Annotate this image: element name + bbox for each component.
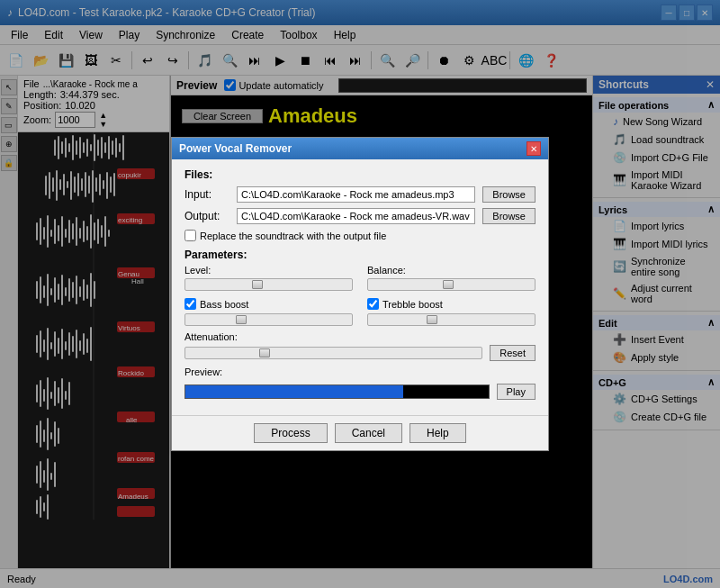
modal-overlay: Power Vocal Remover ✕ Files: Input: Brow…	[0, 0, 720, 588]
bass-boost-row: Bass boost	[184, 298, 353, 310]
modal-replace-checkbox[interactable]	[184, 230, 196, 241]
modal-output-row: Output: Browse	[184, 208, 536, 224]
modal-preview-section: Preview: Play	[184, 366, 536, 403]
modal-replace-label: Replace the soundtrack with the output f…	[200, 231, 386, 241]
modal-process-button[interactable]: Process	[254, 423, 327, 443]
treble-slider[interactable]	[367, 313, 536, 326]
modal-attenuation-label: Attenuation:	[184, 331, 536, 342]
bass-boost-label: Bass boost	[200, 299, 248, 310]
modal-body: Files: Input: Browse Output: Browse Repl…	[172, 159, 548, 415]
modal-level-label: Level:	[184, 265, 353, 276]
modal-power-vocal-remover: Power Vocal Remover ✕ Files: Input: Brow…	[171, 137, 549, 451]
attenuation-row: Reset	[184, 345, 536, 361]
treble-thumb[interactable]	[427, 315, 437, 324]
modal-files-label: Files:	[184, 168, 536, 181]
preview-progress-fill	[185, 385, 403, 398]
modal-input-label: Input:	[184, 188, 230, 201]
attenuation-thumb[interactable]	[259, 348, 270, 357]
modal-cancel-button[interactable]: Cancel	[335, 423, 402, 443]
modal-level-balance: Level: Balance:	[184, 265, 536, 291]
preview-row: Play	[184, 381, 536, 403]
modal-replace-row: Replace the soundtrack with the output f…	[184, 230, 536, 241]
modal-close-button[interactable]: ✕	[526, 141, 541, 156]
modal-preview-label: Preview:	[184, 366, 536, 377]
modal-level-col: Level:	[184, 265, 353, 291]
level-thumb[interactable]	[252, 280, 263, 289]
preview-progress-bar	[184, 384, 490, 399]
modal-browse-input[interactable]: Browse	[482, 186, 536, 203]
modal-input-row: Input: Browse	[184, 186, 536, 203]
modal-title-text: Power Vocal Remover	[179, 142, 292, 155]
modal-input-field[interactable]	[237, 186, 475, 203]
modal-output-field[interactable]	[237, 208, 475, 224]
treble-boost-checkbox[interactable]	[367, 298, 379, 310]
bass-thumb[interactable]	[236, 315, 247, 324]
treble-boost-row: Trebble boost	[367, 298, 536, 310]
modal-browse-output[interactable]: Browse	[482, 208, 536, 224]
modal-params-label: Parameters:	[184, 249, 536, 261]
level-slider[interactable]	[184, 278, 353, 291]
modal-output-label: Output:	[184, 210, 230, 222]
modal-balance-label: Balance:	[367, 265, 536, 276]
modal-help-button[interactable]: Help	[410, 423, 466, 443]
modal-balance-col: Balance:	[367, 265, 536, 291]
modal-attenuation-section: Attenuation: Reset	[184, 331, 536, 361]
modal-title-bar: Power Vocal Remover ✕	[172, 138, 548, 159]
modal-bass-col: Bass boost	[184, 294, 353, 326]
bass-slider[interactable]	[184, 313, 353, 326]
modal-play-button[interactable]: Play	[497, 384, 536, 400]
balance-thumb[interactable]	[443, 280, 454, 289]
modal-boost-row: Bass boost Trebble boost	[184, 294, 536, 326]
modal-treble-col: Trebble boost	[367, 294, 536, 326]
treble-boost-label: Trebble boost	[382, 299, 443, 310]
modal-footer: Process Cancel Help	[172, 415, 548, 450]
balance-slider[interactable]	[367, 278, 536, 291]
bass-boost-checkbox[interactable]	[184, 298, 196, 310]
attenuation-slider[interactable]	[184, 347, 482, 359]
modal-reset-button[interactable]: Reset	[490, 345, 536, 361]
